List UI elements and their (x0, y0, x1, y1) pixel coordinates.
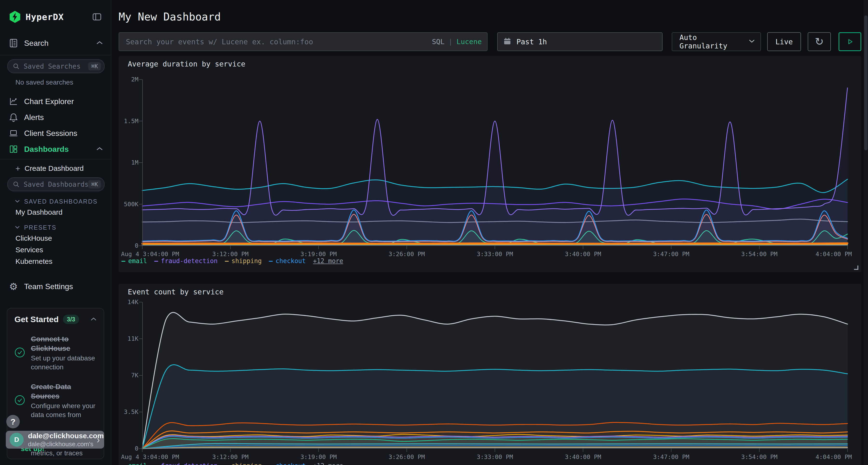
section-presets[interactable]: PRESETS (0, 223, 111, 232)
scrollbar-track[interactable] (864, 0, 868, 465)
step-title: Connect to ClickHouse (31, 334, 96, 353)
get-started-step-connect[interactable]: Connect to ClickHouse Set up your databa… (14, 334, 96, 372)
chart-title: Event count by service (128, 288, 223, 296)
refresh-icon: ↻ (815, 36, 824, 47)
get-started-step-sources[interactable]: Create Data Sources Configure where your… (14, 382, 96, 420)
legend-item-email[interactable]: —email (122, 257, 147, 265)
x-axis-tick-label: 3:19:00 PM (301, 251, 337, 258)
saved-dashboard-item[interactable]: My Dashboard (16, 208, 62, 217)
get-started-header[interactable]: Get Started 3/3 (14, 315, 96, 324)
preset-item-clickhouse[interactable]: ClickHouse (16, 234, 52, 242)
legend-item-checkout[interactable]: —checkout (269, 257, 306, 265)
legend-label: shipping (231, 257, 261, 265)
granularity-select[interactable]: Auto Granularity (672, 32, 761, 51)
sidebar-item-dashboards[interactable]: Dashboards (0, 142, 111, 156)
legend-more-link[interactable]: +12 more (313, 462, 343, 465)
sidebar: HyperDX Search ⌘K No save (0, 0, 112, 465)
scrollbar-thumb[interactable] (864, 15, 868, 150)
chevron-up-icon[interactable] (91, 317, 96, 322)
x-axis-tick-label: 3:33:00 PM (477, 454, 513, 461)
saved-searches-input[interactable] (23, 62, 88, 71)
granularity-value: Auto Granularity (679, 33, 749, 50)
sidebar-item-client-sessions[interactable]: Client Sessions (0, 126, 111, 140)
legend-label: fraud-detection (161, 257, 218, 265)
chart-panel-event-count[interactable]: Event count by service 03.5K7K11K14KAug … (119, 284, 861, 465)
plot-area[interactable] (142, 302, 847, 449)
legend-item-fraud-detection[interactable]: —fraud-detection (154, 462, 217, 465)
mode-sql[interactable]: SQL (432, 38, 444, 46)
play-icon (846, 38, 854, 46)
chevron-down-icon (15, 225, 20, 230)
legend-swatch: — (225, 462, 228, 465)
chart-panel-avg-duration[interactable]: Average duration by service 0500K1M1.5M2… (119, 56, 861, 272)
legend-item-shipping[interactable]: —shipping (225, 462, 261, 465)
chevron-down-icon (15, 199, 20, 204)
x-axis-tick-label: 3:12:00 PM (212, 251, 249, 258)
preset-item-kubernetes[interactable]: Kubernetes (16, 257, 52, 266)
y-axis-tick-label: 1M (120, 159, 138, 166)
help-button[interactable]: ? (6, 415, 20, 428)
hyperdx-logo-icon (9, 10, 21, 23)
gear-icon: ⚙ (9, 281, 18, 292)
legend-item-fraud-detection[interactable]: —fraud-detection (154, 257, 217, 265)
sidebar-item-label: Dashboards (24, 145, 69, 154)
brand-row: HyperDX (0, 9, 111, 25)
sidebar-item-team-settings[interactable]: ⚙ Team Settings (0, 279, 111, 294)
y-axis-tick-label: 7K (120, 372, 138, 379)
sidebar-item-alerts[interactable]: Alerts (0, 110, 111, 124)
plot-area[interactable] (142, 79, 847, 246)
legend-more-link[interactable]: +12 more (313, 257, 343, 265)
x-axis-tick-label: 3:54:00 PM (741, 251, 778, 258)
run-query-button[interactable] (839, 32, 861, 51)
legend-item-checkout[interactable]: —checkout (269, 462, 306, 465)
hyperdx-app: HyperDX Search ⌘K No save (0, 0, 868, 465)
legend-item-email[interactable]: —email (122, 462, 147, 465)
chart-legend: —email—fraud-detection—shipping—checkout… (122, 257, 343, 265)
chevron-up-icon (96, 41, 103, 45)
saved-searches-input-wrap: ⌘K (7, 59, 105, 73)
section-saved-dashboards[interactable]: SAVED DASHBOARDS (0, 197, 111, 206)
no-saved-searches-text: No saved searches (16, 78, 73, 86)
time-range-value: Past 1h (517, 38, 547, 46)
y-axis-tick-label: 0 (120, 242, 138, 250)
event-search-input[interactable] (125, 37, 432, 46)
live-label: Live (775, 38, 793, 46)
time-range-picker[interactable]: Past 1h (497, 32, 662, 51)
user-menu[interactable]: D dale@clickhouse.com dale@clickhouse.co… (6, 431, 104, 449)
check-circle-icon (14, 395, 25, 406)
create-dashboard-button[interactable]: + Create Dashboard (0, 163, 111, 174)
x-axis-tick-label: 3:12:00 PM (212, 454, 249, 461)
legend-swatch: — (269, 257, 273, 265)
event-search-bar: SQL | Lucene (119, 32, 488, 51)
legend-label: fraud-detection (161, 462, 218, 465)
x-axis-tick-label: 3:40:00 PM (565, 251, 601, 258)
saved-dashboards-input[interactable] (23, 180, 88, 189)
search-icon (12, 63, 20, 70)
x-axis-tick-label: 3:26:00 PM (389, 251, 425, 258)
x-axis-tick-label: 3:19:00 PM (301, 454, 337, 461)
refresh-button[interactable]: ↻ (808, 32, 831, 51)
x-axis-tick-label: 3:40:00 PM (565, 454, 601, 461)
legend-item-shipping[interactable]: —shipping (225, 257, 261, 265)
x-axis-tick-label: 3:54:00 PM (741, 454, 778, 461)
x-axis-tick-label: 4:04:00 PM (815, 454, 852, 461)
panel-resize-handle[interactable] (854, 266, 858, 270)
bell-icon (9, 113, 18, 122)
sidebar-item-search[interactable]: Search (0, 36, 111, 50)
sidebar-collapse-icon[interactable] (91, 10, 103, 23)
shortcut-badge: ⌘K (88, 180, 101, 189)
x-axis-tick-label: 3:33:00 PM (477, 251, 513, 258)
dashboards-grid-icon (9, 145, 18, 154)
mode-lucene[interactable]: Lucene (457, 38, 482, 46)
live-button[interactable]: Live (767, 32, 801, 51)
laptop-icon (9, 129, 18, 137)
legend-label: checkout (276, 462, 306, 465)
sidebar-item-chart-explorer[interactable]: Chart Explorer (0, 94, 111, 108)
step-desc: Configure where your data comes from (31, 402, 96, 420)
step-desc: Set up your database connection (31, 354, 96, 372)
x-axis-tick-label: 3:26:00 PM (389, 454, 425, 461)
mode-separator: | (448, 38, 453, 46)
preset-item-services[interactable]: Services (16, 246, 43, 254)
legend-swatch: — (122, 257, 125, 265)
sidebar-item-label: Chart Explorer (24, 97, 74, 106)
